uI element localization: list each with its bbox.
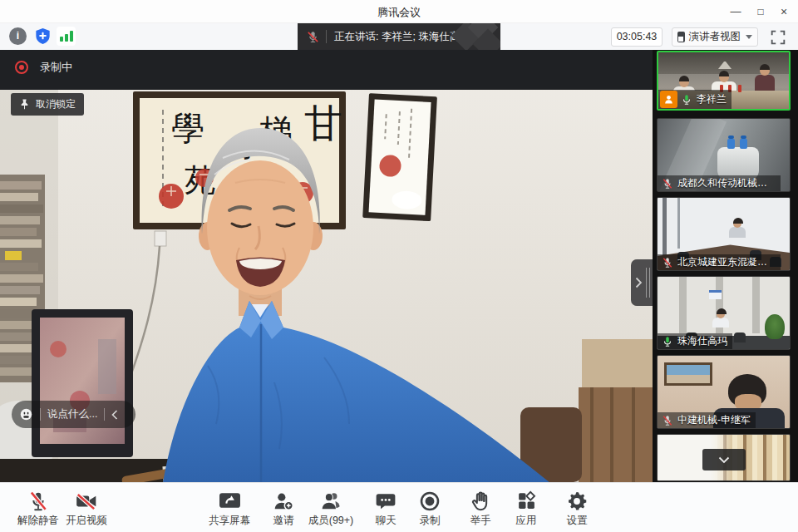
chevron-left-icon[interactable] bbox=[111, 410, 118, 420]
participants-panel: 李祥兰 成都久和传动机械有限... bbox=[653, 50, 798, 482]
participant-name: 成都久和传动机械有限... bbox=[677, 176, 776, 190]
mic-on-icon bbox=[662, 336, 673, 347]
calligraphy-frame-small bbox=[362, 93, 437, 221]
video-top-overlay: 录制中 bbox=[0, 50, 653, 90]
participant-video-chengdu-jiuhe[interactable]: 成都久和传动机械有限... bbox=[657, 118, 791, 192]
bottom-toolbar: 解除静音 开启视频 共享屏幕 邀请 成员(99+) bbox=[0, 482, 798, 532]
meeting-top-toolbar: i 正在讲话: 李祥兰; 珠海仕高玛; 03:05:43 演讲者视图 bbox=[0, 23, 798, 50]
raise-hand-icon bbox=[470, 490, 490, 512]
main-speaker-video: 甘 梯 才 學 苑 bbox=[0, 50, 653, 482]
desk-monitor bbox=[32, 309, 133, 457]
share-screen-icon bbox=[219, 491, 241, 511]
chevron-down-icon bbox=[746, 35, 752, 39]
mic-on-icon bbox=[681, 94, 692, 106]
record-icon bbox=[419, 490, 441, 512]
close-button[interactable]: × bbox=[771, 0, 796, 23]
participant-video-li-xianglan[interactable]: 李祥兰 bbox=[657, 51, 791, 111]
mic-muted-icon bbox=[662, 415, 673, 426]
unpin-label: 取消锁定 bbox=[36, 97, 76, 111]
gear-icon bbox=[566, 490, 588, 512]
participant-name-bar: 李祥兰 bbox=[658, 90, 732, 109]
banner-divider bbox=[326, 30, 327, 43]
speaker-view-icon bbox=[677, 32, 685, 42]
scroll-down-button[interactable] bbox=[702, 449, 746, 470]
invite-person-icon bbox=[273, 490, 294, 512]
camera-off-icon bbox=[75, 490, 98, 512]
meeting-timer: 03:05:43 bbox=[611, 27, 663, 47]
view-mode-label: 演讲者视图 bbox=[689, 30, 741, 44]
sidebar-collapse-handle[interactable] bbox=[631, 259, 653, 306]
participant-video-zhuhai-sicoma[interactable]: 珠海仕高玛 bbox=[657, 276, 791, 350]
start-video-label: 开启视频 bbox=[53, 514, 120, 528]
pin-icon bbox=[19, 98, 30, 111]
chevron-right-icon bbox=[635, 277, 643, 288]
host-badge-icon bbox=[660, 91, 677, 108]
chevron-down-icon bbox=[718, 456, 730, 464]
wall-painting bbox=[664, 362, 712, 386]
meeting-info-icon[interactable]: i bbox=[9, 27, 27, 45]
maximize-button[interactable]: □ bbox=[748, 0, 773, 23]
emoji-icon[interactable] bbox=[19, 407, 33, 421]
participant-video-zhongjian-shenjijun[interactable]: 中建机械-申继军 bbox=[657, 355, 791, 429]
speaking-now-banner: 正在讲话: 李祥兰; 珠海仕高玛; bbox=[298, 23, 500, 50]
settings-label: 设置 bbox=[544, 514, 610, 528]
muted-mic-icon bbox=[306, 30, 320, 44]
plant bbox=[765, 314, 785, 339]
apps-grid-icon bbox=[516, 490, 537, 511]
svg-text:學: 學 bbox=[171, 109, 204, 147]
members-icon bbox=[320, 490, 342, 512]
start-video-button[interactable]: 开启视频 bbox=[53, 489, 120, 528]
participant-name: 北京城建亚东混凝土有... bbox=[677, 255, 776, 269]
network-signal-icon[interactable] bbox=[57, 27, 76, 46]
recording-indicator: 录制中 bbox=[15, 60, 72, 75]
quick-chat-input[interactable]: 说点什么... bbox=[12, 401, 135, 428]
fullscreen-icon[interactable] bbox=[769, 28, 787, 47]
participant-name-bar: 中建机械-申继军 bbox=[658, 412, 756, 428]
settings-button[interactable]: 设置 bbox=[544, 489, 610, 528]
participant-name-bar: 北京城建亚东混凝土有... bbox=[658, 254, 781, 270]
chat-pill-divider bbox=[104, 408, 105, 421]
mic-muted-icon bbox=[662, 178, 673, 190]
participant-name-bar: 成都久和传动机械有限... bbox=[658, 175, 781, 191]
security-shield-icon[interactable] bbox=[33, 27, 52, 46]
unpin-button[interactable]: 取消锁定 bbox=[11, 93, 84, 116]
meeting-window: 腾讯会议 — □ × i 正在讲话: 李祥兰; 珠海仕高玛; 03:05:43 … bbox=[0, 0, 798, 532]
recording-label: 录制中 bbox=[40, 60, 72, 75]
title-bar: 腾讯会议 — □ × bbox=[0, 0, 798, 23]
participant-name-bar: 珠海仕高玛 bbox=[658, 333, 732, 349]
participant-name: 中建机械-申继军 bbox=[677, 413, 751, 427]
record-dot-icon bbox=[15, 61, 28, 74]
chat-placeholder: 说点什么... bbox=[47, 407, 97, 421]
minimize-button[interactable]: — bbox=[723, 0, 748, 23]
svg-text:甘: 甘 bbox=[304, 101, 342, 145]
participant-name: 珠海仕高玛 bbox=[677, 334, 727, 348]
participant-video-beijing-chengjian[interactable]: 北京城建亚东混凝土有... bbox=[657, 197, 791, 271]
mic-muted-icon bbox=[662, 257, 673, 268]
chat-bubble-icon bbox=[375, 490, 397, 512]
participant-name: 李祥兰 bbox=[697, 92, 727, 106]
chat-pill-divider bbox=[40, 408, 41, 421]
view-mode-dropdown[interactable]: 演讲者视图 bbox=[672, 27, 758, 47]
window-title: 腾讯会议 bbox=[0, 5, 798, 20]
mic-muted-icon bbox=[27, 490, 49, 512]
